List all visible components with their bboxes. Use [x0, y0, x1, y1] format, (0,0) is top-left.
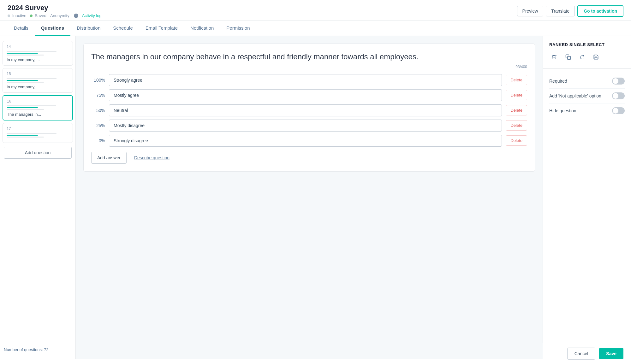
info-icon[interactable]: i [74, 14, 78, 18]
thumb-line [7, 51, 57, 52]
add-answer-button[interactable]: Add answer [91, 152, 127, 164]
thumb-line-medium [7, 55, 44, 56]
svg-point-3 [583, 58, 584, 59]
top-bar: 2024 Survey Inactive Saved Anonymity i A… [0, 0, 631, 21]
question-card-14[interactable]: 14 In my company, ... [3, 41, 73, 66]
question-num-16: 16 [7, 99, 68, 103]
save-icon[interactable] [591, 52, 601, 62]
tab-notification[interactable]: Notification [184, 21, 220, 36]
svg-point-1 [580, 58, 581, 59]
char-count: 93/400 [91, 65, 527, 69]
add-question-button[interactable]: Add question [4, 147, 72, 159]
bottom-bar: Cancel Save [543, 343, 631, 359]
survey-title-area: 2024 Survey Inactive Saved Anonymity i A… [8, 4, 102, 18]
answer-percent-0: 100% [91, 78, 105, 83]
delete-button-1[interactable]: Delete [506, 90, 527, 100]
branch-icon[interactable] [577, 52, 587, 62]
preview-button[interactable]: Preview [517, 6, 544, 16]
copy-icon[interactable] [563, 52, 573, 62]
question-count: Number of questions: 72 [0, 344, 75, 355]
right-panel: RANKED SINGLE SELECT Required Add 'Not a… [543, 36, 631, 359]
describe-question-link[interactable]: Describe question [134, 155, 170, 160]
answer-row-0: 100% Delete [91, 74, 527, 86]
required-label: Required [549, 79, 567, 84]
answer-row-1: 75% Delete [91, 89, 527, 101]
question-card-16[interactable]: 16 The managers in... [3, 95, 73, 120]
answer-input-2[interactable] [109, 104, 502, 116]
survey-title: 2024 Survey [8, 4, 102, 12]
thumb-line-medium [7, 109, 44, 110]
question-text[interactable]: The managers in our company behave in a … [91, 51, 527, 62]
answer-percent-4: 0% [91, 138, 105, 143]
not-applicable-label: Add 'Not applicable' option [549, 93, 601, 98]
question-thumb-14 [7, 51, 69, 56]
answer-actions: Add answer Describe question [91, 152, 527, 164]
delete-button-0[interactable]: Delete [506, 75, 527, 85]
svg-rect-0 [568, 56, 571, 60]
translate-button[interactable]: Translate [546, 6, 575, 16]
thumb-line-green [7, 80, 38, 81]
trash-icon[interactable] [549, 52, 559, 62]
thumb-line-green [7, 135, 38, 136]
go-to-activation-button[interactable]: Go to activation [577, 5, 623, 17]
delete-button-4[interactable]: Delete [506, 135, 527, 146]
required-toggle[interactable] [612, 78, 625, 85]
tab-distribution[interactable]: Distribution [70, 21, 107, 36]
question-thumb-17 [7, 133, 69, 138]
saved-status: Saved [30, 13, 46, 18]
thumb-line-medium [7, 82, 44, 83]
answer-input-3[interactable] [109, 120, 502, 132]
anonymity-label: Anonymity [50, 13, 69, 18]
delete-button-3[interactable]: Delete [506, 120, 527, 131]
hide-question-toggle-row: Hide question [549, 103, 625, 118]
required-toggle-row: Required [549, 74, 625, 89]
panel-divider [543, 68, 631, 69]
thumb-line-green [7, 107, 38, 108]
question-label-15: In my company, ... [7, 85, 69, 89]
question-num-14: 14 [7, 44, 69, 49]
question-thumb-16 [7, 105, 68, 110]
hide-question-toggle[interactable] [612, 107, 625, 114]
answer-input-1[interactable] [109, 89, 502, 101]
question-num-15: 15 [7, 72, 69, 76]
answer-row-3: 25% Delete [91, 120, 527, 132]
thumb-line-green [7, 53, 38, 54]
answer-row-4: 0% Delete [91, 135, 527, 147]
answer-percent-3: 25% [91, 123, 105, 128]
activity-log-link[interactable]: Activity log [82, 13, 102, 18]
survey-meta: Inactive Saved Anonymity i Activity log [8, 13, 102, 18]
question-card-15[interactable]: 15 In my company, ... [3, 68, 73, 93]
question-thumb-15 [7, 78, 69, 83]
question-editor: The managers in our company behave in a … [83, 44, 535, 172]
tab-details[interactable]: Details [8, 21, 35, 36]
inactive-dot [8, 15, 10, 17]
hide-question-label: Hide question [549, 108, 576, 113]
tab-schedule[interactable]: Schedule [107, 21, 139, 36]
header-actions: Preview Translate Go to activation [517, 5, 623, 17]
sidebar: 14 In my company, ... 15 In my company, … [0, 36, 76, 359]
main-layout: 14 In my company, ... 15 In my company, … [0, 36, 631, 359]
thumb-line [7, 133, 57, 134]
not-applicable-toggle[interactable] [612, 92, 625, 99]
tab-questions[interactable]: Questions [35, 21, 70, 36]
not-applicable-toggle-row: Add 'Not applicable' option [549, 89, 625, 103]
answer-percent-1: 75% [91, 93, 105, 98]
answer-input-0[interactable] [109, 74, 502, 86]
cancel-button[interactable]: Cancel [567, 348, 596, 359]
answer-input-4[interactable] [109, 135, 502, 147]
question-label-14: In my company, ... [7, 57, 69, 62]
thumb-line [7, 105, 56, 106]
answer-percent-2: 50% [91, 108, 105, 113]
thumb-line-medium [7, 137, 44, 138]
question-card-17[interactable]: 17 [3, 123, 73, 143]
question-label-16: The managers in... [7, 112, 68, 117]
saved-dot [30, 15, 33, 17]
tab-permission[interactable]: Permission [220, 21, 256, 36]
delete-button-2[interactable]: Delete [506, 105, 527, 115]
question-num-17: 17 [7, 126, 69, 131]
inactive-status: Inactive [8, 13, 26, 18]
content-area: The managers in our company behave in a … [76, 36, 543, 359]
save-button[interactable]: Save [599, 348, 623, 359]
answer-row-2: 50% Delete [91, 104, 527, 116]
tab-email-template[interactable]: Email Template [139, 21, 184, 36]
